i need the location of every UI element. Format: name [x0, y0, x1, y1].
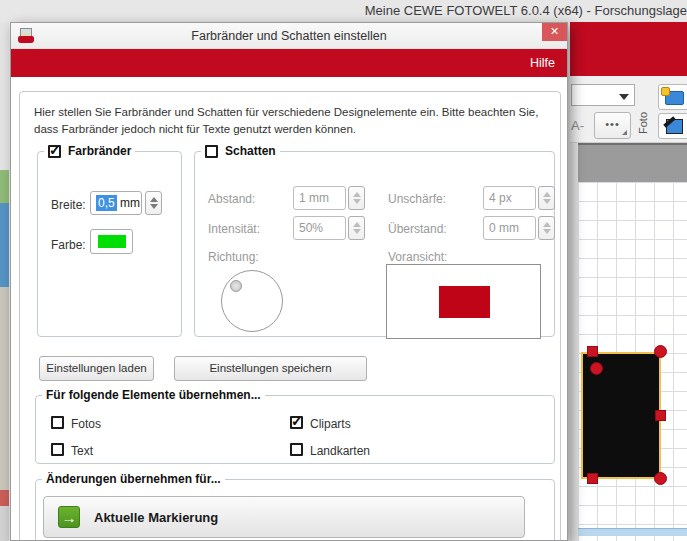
abstand-label: Abstand: [208, 192, 255, 206]
dialog-titlebar[interactable]: Farbränder und Schatten einstellen [11, 23, 567, 49]
spin-down-icon[interactable] [353, 229, 361, 234]
close-icon: ✕ [550, 25, 559, 37]
shadow-preview-box [386, 264, 541, 339]
ueberstand-input[interactable]: 0 mm [483, 216, 536, 240]
ellipsis-icon: ••• [605, 118, 620, 130]
close-button[interactable]: ✕ [542, 23, 567, 41]
selection-handle-top-right[interactable] [654, 345, 667, 358]
intro-text: Hier stellen Sie Farbränder und Schatten… [34, 104, 546, 137]
arrow-right-icon: → [58, 506, 80, 528]
breite-label: Breite: [51, 198, 86, 212]
breite-value: 0,5 [96, 195, 117, 211]
canvas-gutter [570, 143, 578, 541]
spin-up-icon[interactable] [150, 197, 158, 202]
schatten-title: Schatten [225, 144, 276, 158]
font-decrease-button[interactable]: A- [571, 118, 593, 138]
unschaerfe-input[interactable]: 4 px [483, 186, 536, 210]
unschaerfe-spinner[interactable] [538, 186, 555, 210]
left-palette-blue-segment [0, 203, 9, 287]
spin-down-icon[interactable] [543, 199, 551, 204]
app-ribbon-red-band [570, 22, 687, 76]
font-combo-box[interactable] [571, 84, 635, 106]
corner-expand-icon [622, 130, 627, 135]
group-aenderungen: Änderungen übernehmen für... → Aktuelle … [35, 472, 555, 541]
cliparts-checkbox[interactable] [290, 416, 303, 429]
unschaerfe-label: Unschärfe: [388, 192, 446, 206]
farbraender-checkbox[interactable] [48, 145, 61, 158]
farbe-label: Farbe: [51, 238, 86, 252]
schatten-checkbox[interactable] [205, 145, 218, 158]
app-window-titlebar: Meine CEWE FOTOWELT 6.0.4 (x64) - Forsch… [0, 0, 687, 22]
app-window-title: Meine CEWE FOTOWELT 6.0.4 (x64) - Forsch… [365, 3, 687, 18]
abstand-input[interactable]: 1 mm [293, 186, 346, 210]
selection-handle-top-left[interactable] [587, 346, 598, 357]
landkarten-checkbox[interactable] [290, 443, 303, 456]
aenderungen-title: Änderungen übernehmen für... [46, 472, 221, 486]
landkarten-label: Landkarten [310, 444, 370, 458]
page-bottom-edge [578, 528, 687, 536]
breite-input[interactable]: 0,5 mm [90, 191, 142, 215]
spin-up-icon[interactable] [543, 222, 551, 227]
richtung-label: Richtung: [208, 250, 259, 264]
page-header-bar [578, 143, 687, 182]
ueberstand-label: Überstand: [388, 222, 447, 236]
text-checkbox[interactable] [51, 443, 64, 456]
star-badge-icon [661, 87, 670, 96]
dialog-content-panel: Hier stellen Sie Farbränder und Schatten… [19, 91, 561, 541]
shadow-direction-dial[interactable] [221, 270, 283, 332]
elemente-title: Für folgende Elemente übernehmen... [46, 388, 261, 402]
edit-photo-button[interactable] [658, 113, 687, 139]
preview-rectangle [439, 286, 490, 318]
chevron-down-icon [619, 94, 629, 100]
cliparts-label: Cliparts [310, 417, 351, 431]
dialog-farbraender-schatten: Farbränder und Schatten einstellen ✕ Hil… [10, 22, 568, 541]
dialog-red-band: Hilfe [11, 49, 567, 77]
add-photo-button[interactable] [658, 84, 687, 110]
intensitaet-spinner[interactable] [348, 216, 365, 240]
save-settings-button[interactable]: Einstellungen speichern [174, 356, 367, 381]
intensitaet-label: Intensität: [208, 222, 260, 236]
group-elemente: Für folgende Elemente übernehmen... Foto… [35, 388, 555, 464]
fotos-checkbox[interactable] [51, 416, 64, 429]
selection-rotation-handle[interactable] [590, 362, 603, 375]
left-palette-strip [0, 22, 9, 170]
left-palette-green-segment [0, 170, 9, 203]
breite-spinner[interactable] [145, 191, 162, 215]
abstand-spinner[interactable] [348, 186, 365, 210]
left-palette-gray-segment [0, 506, 9, 541]
group-schatten: Schatten Abstand: 1 mm Unschärfe: 4 px I… [194, 144, 555, 337]
farbraender-title: Farbränder [68, 144, 131, 158]
spin-up-icon[interactable] [543, 192, 551, 197]
group-farbraender: Farbränder Breite: 0,5 mm Farbe: [37, 144, 182, 337]
aktuelle-markierung-button[interactable]: → Aktuelle Markierung [43, 496, 525, 538]
dial-knob[interactable] [230, 280, 242, 292]
spin-up-icon[interactable] [353, 192, 361, 197]
voransicht-label: Voransicht: [388, 250, 447, 264]
load-settings-button[interactable]: Einstellungen laden [39, 356, 154, 381]
aktuelle-markierung-label: Aktuelle Markierung [94, 510, 218, 525]
spin-down-icon[interactable] [150, 204, 158, 209]
spin-down-icon[interactable] [353, 199, 361, 204]
left-palette-red-segment [0, 490, 9, 506]
text-label: Text [71, 444, 93, 458]
cewe-logo-icon [18, 28, 34, 43]
color-swatch-green [98, 235, 126, 248]
selection-handle-bottom-left[interactable] [587, 473, 598, 484]
tab-foto[interactable]: Foto [637, 102, 653, 144]
breite-unit: mm [117, 196, 140, 210]
intensitaet-input[interactable]: 50% [293, 216, 346, 240]
help-button[interactable]: Hilfe [530, 49, 555, 77]
dialog-title: Farbränder und Schatten einstellen [11, 23, 567, 49]
left-palette-tan-segment [0, 287, 9, 490]
ueberstand-spinner[interactable] [538, 216, 555, 240]
selection-handle-right[interactable] [655, 410, 666, 421]
application-window: Meine CEWE FOTOWELT 6.0.4 (x64) - Forsch… [0, 0, 687, 541]
spin-down-icon[interactable] [543, 229, 551, 234]
selection-handle-bottom-right[interactable] [654, 472, 667, 485]
farbe-color-button[interactable] [90, 229, 133, 254]
spin-up-icon[interactable] [353, 222, 361, 227]
more-options-button[interactable]: ••• [594, 112, 631, 139]
fotos-label: Fotos [71, 417, 101, 431]
